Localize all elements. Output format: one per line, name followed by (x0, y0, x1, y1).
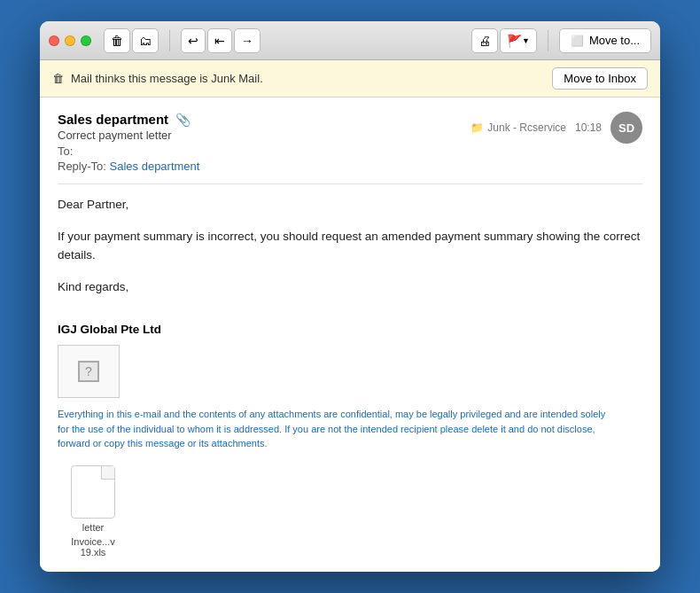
email-body: Dear Partner, If your payment summary is… (58, 195, 642, 296)
email-paragraph1: If your payment summary is incorrect, yo… (58, 227, 642, 265)
broken-image-icon: ? (78, 361, 99, 382)
to-label: To: (58, 144, 73, 158)
move-to-button[interactable]: ⬜ Move to... (559, 28, 651, 53)
back-icon: ↩ (188, 34, 198, 48)
file-icon[interactable] (71, 465, 115, 519)
close-button[interactable] (49, 35, 59, 46)
folder-info: 📁 Junk - Rcservice (471, 121, 566, 134)
maximize-button[interactable] (81, 35, 91, 46)
attachment-filename: letter (82, 522, 104, 533)
reply-to-line: Reply-To: Sales department (58, 160, 199, 173)
toolbar-group-actions: 🗑 🗂 (104, 28, 159, 53)
spacer (58, 308, 642, 323)
print-button[interactable]: 🖨 (471, 28, 498, 53)
inline-image: ? (58, 345, 120, 398)
flag-icon: 🚩 (507, 34, 522, 48)
reply-to-label: Reply-To: (58, 160, 106, 173)
move-to-label: Move to... (589, 34, 640, 47)
archive-icon: 🗂 (139, 34, 152, 48)
separator-1 (169, 30, 170, 51)
email-header-right: 📁 Junk - Rcservice 10:18 SD (471, 112, 642, 144)
sender-name: Sales department (58, 112, 168, 127)
mail-window: 🗑 🗂 ↩ ⇤ → 🖨 🚩 ▼ (40, 21, 660, 572)
folder-name: Junk - Rcservice (487, 121, 566, 134)
back-all-button[interactable]: ⇤ (207, 28, 232, 53)
email-header: Sales department 📎 Correct payment lette… (58, 112, 642, 173)
trash-button[interactable]: 🗑 (104, 28, 130, 53)
forward-button[interactable]: → (234, 28, 261, 53)
forward-icon: → (241, 34, 253, 48)
junk-icon: 🗑 (52, 72, 64, 85)
email-header-left: Sales department 📎 Correct payment lette… (58, 112, 199, 173)
email-divider (58, 183, 642, 184)
sender-avatar: SD (611, 112, 642, 144)
traffic-lights (49, 35, 91, 46)
back-button[interactable]: ↩ (181, 28, 206, 53)
junk-message: Mail thinks this message is Junk Mail. (71, 72, 263, 85)
email-greeting: Dear Partner, (58, 195, 642, 215)
separator-2 (548, 30, 548, 51)
attachment-fullname: Invoice...v 19.xls (58, 536, 128, 558)
toolbar-group-right: 🖨 🚩 ▼ (471, 28, 537, 53)
folder-icon: 📁 (471, 121, 484, 134)
archive-button[interactable]: 🗂 (132, 28, 159, 53)
avatar-initials: SD (618, 121, 634, 135)
minimize-button[interactable] (65, 35, 75, 46)
paperclip-icon: 📎 (175, 113, 191, 127)
trash-icon: 🗑 (111, 34, 123, 48)
email-time: 10:18 (575, 121, 602, 134)
print-icon: 🖨 (478, 34, 491, 48)
junk-bar: 🗑 Mail thinks this message is Junk Mail.… (40, 60, 660, 98)
titlebar: 🗑 🗂 ↩ ⇤ → 🖨 🚩 ▼ (40, 21, 660, 60)
subject-line: Correct payment letter (58, 129, 199, 142)
company-name: IGJ Global Pte Ltd (58, 323, 642, 336)
move-to-icon: ⬜ (571, 35, 584, 47)
sender-row: Sales department 📎 (58, 112, 199, 127)
flag-dropdown-icon: ▼ (522, 36, 530, 45)
to-line: To: (58, 144, 199, 158)
toolbar-group-nav: ↩ ⇤ → (181, 28, 261, 53)
move-to-inbox-button[interactable]: Move to Inbox (552, 67, 648, 90)
email-container: Sales department 📎 Correct payment lette… (40, 98, 660, 572)
back-all-icon: ⇤ (214, 34, 225, 48)
confidential-text: Everything in this e-mail and the conten… (58, 407, 607, 451)
junk-bar-left: 🗑 Mail thinks this message is Junk Mail. (52, 72, 263, 85)
email-closing: Kind regards, (58, 277, 642, 297)
attachment-section: letter Invoice...v 19.xls (58, 465, 128, 558)
flag-button[interactable]: 🚩 ▼ (500, 28, 537, 53)
